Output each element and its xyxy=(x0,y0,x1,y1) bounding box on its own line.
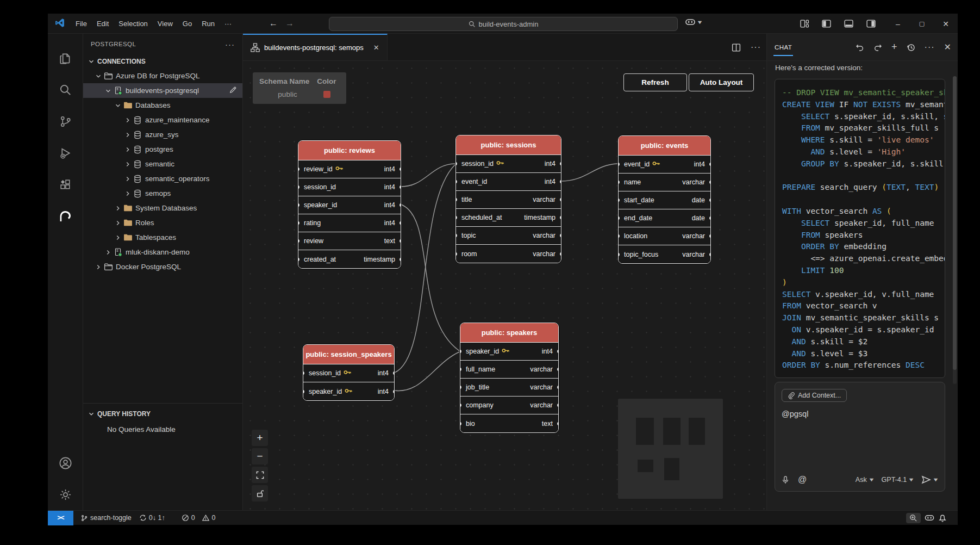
split-editor-icon[interactable] xyxy=(732,43,741,52)
microphone-icon[interactable] xyxy=(782,475,789,485)
chevron-down-icon[interactable] xyxy=(94,72,103,80)
tree-item-docker-postgresql[interactable]: Docker PostgreSQL xyxy=(83,259,242,274)
table-reviews[interactable]: public: reviewsreview_idint4session_idin… xyxy=(298,140,401,269)
table-header[interactable]: public: sessions xyxy=(456,135,561,155)
sidebar-more-icon[interactable]: ··· xyxy=(225,40,235,49)
tree-item-azure-db-for-postgresql[interactable]: Azure DB for PostgreSQL xyxy=(83,69,242,83)
chevron-right-icon[interactable] xyxy=(123,190,132,197)
table-column-row[interactable]: biotext xyxy=(460,414,558,432)
editor-more-actions-icon[interactable]: ··· xyxy=(751,42,761,52)
customize-layout-icon[interactable] xyxy=(800,19,809,28)
tree-item-mluk-diskann-demo[interactable]: mluk-diskann-demo xyxy=(83,245,242,259)
query-history-header[interactable]: QUERY HISTORY xyxy=(83,407,242,421)
table-column-row[interactable]: namevarchar xyxy=(619,174,710,191)
menu-file[interactable]: File xyxy=(71,17,92,30)
diagram-minimap[interactable] xyxy=(618,399,723,499)
menu-edit[interactable]: Edit xyxy=(92,17,114,30)
chevron-right-icon[interactable] xyxy=(123,131,132,139)
table-column-row[interactable]: speaker_idint4 xyxy=(460,343,558,361)
new-chat-icon[interactable]: + xyxy=(891,41,897,53)
table-header[interactable]: public: reviews xyxy=(298,141,401,160)
tree-item-semantic[interactable]: semantic xyxy=(83,157,242,171)
table-header[interactable]: public: session_speakers xyxy=(303,345,394,364)
chat-input-box[interactable]: Add Context... @pgsql @ Ask▼ GPT-4.1▼ ▼ xyxy=(775,382,945,492)
account-icon[interactable] xyxy=(48,447,83,479)
chevron-down-icon[interactable] xyxy=(114,102,122,109)
redo-icon[interactable] xyxy=(873,43,882,52)
table-column-row[interactable]: speaker_idint4 xyxy=(303,382,394,400)
table-column-row[interactable]: roomvarchar xyxy=(456,245,561,263)
undo-icon[interactable] xyxy=(856,43,864,52)
table-column-row[interactable]: session_idint4 xyxy=(303,364,394,382)
postgresql-elephant-icon[interactable] xyxy=(48,200,83,232)
table-column-row[interactable]: event_idint4 xyxy=(456,173,561,191)
tree-item-azure-maintenance[interactable]: azure_maintenance xyxy=(83,113,242,127)
run-debug-icon[interactable] xyxy=(48,137,83,169)
settings-gear-icon[interactable] xyxy=(48,479,83,510)
menu-selection[interactable]: Selection xyxy=(114,17,152,30)
table-header[interactable]: public: speakers xyxy=(460,323,558,343)
source-control-icon[interactable] xyxy=(48,106,83,137)
back-arrow-icon[interactable]: ← xyxy=(269,18,278,28)
chat-more-icon[interactable]: ··· xyxy=(925,42,935,52)
table-column-row[interactable]: reviewtext xyxy=(298,232,401,250)
chat-close-icon[interactable]: ✕ xyxy=(944,42,951,52)
remote-indicator[interactable]: >< xyxy=(48,511,73,525)
table-column-row[interactable]: end_datedate xyxy=(619,209,710,227)
connections-section-header[interactable]: CONNECTIONS xyxy=(83,54,242,69)
edit-pencil-icon[interactable] xyxy=(229,86,237,96)
tree-item-semantic-operators[interactable]: semantic_operators xyxy=(83,171,242,186)
tree-item-azure-sys[interactable]: azure_sys xyxy=(83,127,242,142)
notifications-bell-icon[interactable] xyxy=(938,513,947,522)
chevron-down-icon[interactable] xyxy=(104,87,113,95)
table-header[interactable]: public: events xyxy=(619,136,710,156)
search-view-icon[interactable] xyxy=(48,74,83,106)
command-center-search[interactable]: build-events-admin xyxy=(329,17,678,31)
table-column-row[interactable]: locationvarchar xyxy=(619,227,710,245)
chevron-right-icon[interactable] xyxy=(123,160,132,168)
chevron-right-icon[interactable] xyxy=(114,219,122,227)
mention-icon[interactable]: @ xyxy=(798,475,807,485)
schema-designer-canvas[interactable]: Schema Name Color public Refresh Auto La… xyxy=(243,61,766,510)
minimize-button[interactable]: – xyxy=(886,20,910,28)
chevron-right-icon[interactable] xyxy=(114,234,122,241)
table-column-row[interactable]: start_datedate xyxy=(619,191,710,209)
menu-more[interactable]: ··· xyxy=(220,17,236,30)
table-events[interactable]: public: eventsevent_idint4namevarcharsta… xyxy=(618,135,711,264)
chevron-right-icon[interactable] xyxy=(94,263,103,271)
menu-run[interactable]: Run xyxy=(197,17,220,30)
model-dropdown[interactable]: GPT-4.1▼ xyxy=(882,476,914,484)
forward-arrow-icon[interactable]: → xyxy=(285,18,294,28)
explorer-icon[interactable] xyxy=(48,42,83,74)
table-column-row[interactable]: session_idint4 xyxy=(456,155,561,173)
chevron-right-icon[interactable] xyxy=(123,146,132,153)
zoom-out-button[interactable]: − xyxy=(252,448,268,465)
chat-tab[interactable]: CHAT xyxy=(773,41,793,54)
chat-scrollbar[interactable] xyxy=(953,76,957,384)
menu-go[interactable]: Go xyxy=(178,17,197,30)
toggle-panel-icon[interactable] xyxy=(844,19,854,28)
chevron-right-icon[interactable] xyxy=(104,249,113,256)
tree-item-buildevents-postgresql[interactable]: buildevents-postgresql xyxy=(83,83,242,98)
add-context-chip[interactable]: Add Context... xyxy=(782,389,847,402)
tab-schema-visualizer[interactable]: buildevents-postgresql: semops ✕ xyxy=(243,34,388,60)
zoom-in-button[interactable]: + xyxy=(252,430,268,446)
table-column-row[interactable]: full_namevarchar xyxy=(460,361,558,379)
chat-history-icon[interactable] xyxy=(907,43,915,52)
table-column-row[interactable]: scheduled_attimestamp xyxy=(456,209,561,227)
chevron-right-icon[interactable] xyxy=(123,175,132,183)
zoom-status-icon[interactable] xyxy=(906,513,921,523)
table-column-row[interactable]: job_titlevarchar xyxy=(460,379,558,397)
table-column-row[interactable]: speaker_idint4 xyxy=(298,196,401,214)
toggle-secondary-sidebar-icon[interactable] xyxy=(866,19,876,28)
table-column-row[interactable]: event_idint4 xyxy=(619,156,710,174)
table-speakers[interactable]: public: speakersspeaker_idint4full_namev… xyxy=(460,323,559,433)
tree-item-roles[interactable]: Roles xyxy=(83,215,242,230)
table-column-row[interactable]: review_idint4 xyxy=(298,160,401,178)
table-column-row[interactable]: session_idint4 xyxy=(298,178,401,196)
chat-input-value[interactable]: @pgsql xyxy=(782,410,938,418)
table-session_speakers[interactable]: public: session_speakerssession_idint4sp… xyxy=(303,344,395,401)
fit-view-button[interactable] xyxy=(252,467,268,483)
mode-dropdown[interactable]: Ask▼ xyxy=(856,476,874,484)
close-window-button[interactable]: ✕ xyxy=(934,20,958,28)
